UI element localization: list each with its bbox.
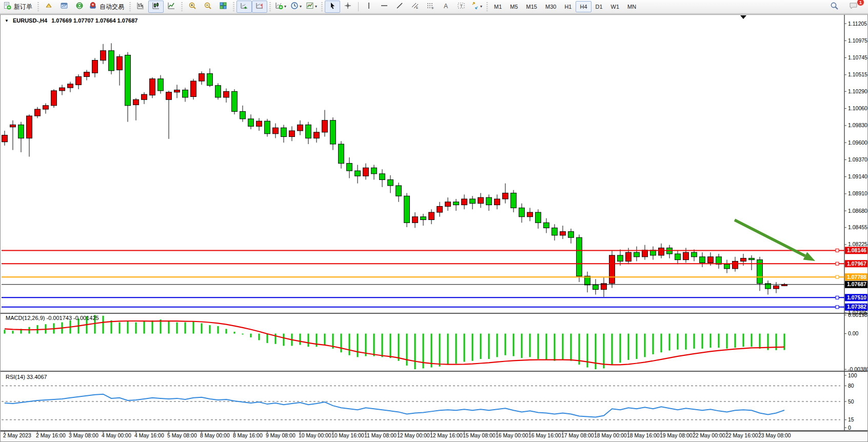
auto-scroll-button[interactable] [236, 1, 252, 13]
toolbar-grip [181, 2, 183, 11]
svg-text:12 May 16:00: 12 May 16:00 [430, 432, 463, 438]
text-button[interactable]: A [438, 1, 453, 13]
signals-button[interactable] [72, 1, 87, 13]
candle-11 [92, 61, 98, 73]
candle-91 [749, 258, 755, 260]
chart-shift-button[interactable] [252, 1, 267, 13]
svg-text:1.09140: 1.09140 [848, 173, 867, 179]
autotrading-button[interactable]: 自动交易 [87, 1, 127, 13]
notifications-button[interactable]: 1 [846, 1, 861, 13]
candle-36 [298, 125, 303, 131]
timeframe-D1[interactable]: D1 [591, 1, 607, 12]
svg-text:9 May 08:00: 9 May 08:00 [266, 432, 295, 438]
svg-text:1.07967: 1.07967 [847, 260, 866, 267]
crosshair-button[interactable] [340, 1, 356, 13]
candle-6 [51, 91, 57, 106]
timeframe-M1[interactable]: M1 [490, 1, 506, 12]
candle-68 [560, 232, 566, 235]
svg-text:0: 0 [848, 425, 851, 431]
candle-15 [125, 55, 131, 105]
hline-handle-1.08146[interactable] [836, 249, 839, 252]
svg-text:80: 80 [848, 383, 854, 389]
candle-14 [117, 56, 123, 70]
candle-74 [609, 255, 615, 284]
text-label-button[interactable]: T [453, 1, 469, 13]
candle-63 [519, 208, 525, 216]
candle-77 [634, 252, 640, 257]
timeframe-M5[interactable]: M5 [506, 1, 522, 12]
line-chart-button[interactable] [164, 1, 179, 13]
svg-text:23 May 08:00: 23 May 08:00 [758, 432, 791, 438]
candle-38 [314, 132, 320, 138]
new-order-button[interactable]: 新订单 [2, 1, 35, 13]
timeframe-MN[interactable]: MN [623, 1, 640, 12]
candlestick-chart-button[interactable] [148, 1, 164, 13]
indicators-button[interactable]: ▾ [273, 1, 288, 13]
candle-87 [716, 257, 722, 264]
arrows-button[interactable]: ▾ [469, 1, 484, 13]
zoom-out-button[interactable] [200, 1, 215, 13]
vertical-line-button[interactable] [361, 1, 377, 13]
fibonacci-button[interactable]: F [423, 1, 438, 13]
templates-dropdown-caret: ▾ [315, 5, 317, 9]
horizontal-line-button[interactable] [377, 1, 392, 13]
chart-window: 1.112051.109751.107451.105151.102901.100… [0, 14, 868, 442]
bar-chart-button[interactable] [133, 1, 148, 13]
chart-canvas[interactable]: 1.112051.109751.107451.105151.102901.100… [1, 15, 867, 441]
toolbar-grip [37, 2, 39, 11]
fibonacci-icon: F [426, 2, 435, 12]
candle-55 [453, 202, 459, 205]
timeframe-M15[interactable]: M15 [522, 1, 541, 12]
hline-handle-1.07510[interactable] [836, 296, 839, 299]
hline-handle-1.07788[interactable] [836, 275, 839, 278]
profiles-button[interactable] [41, 1, 56, 13]
timeframe-M30[interactable]: M30 [541, 1, 560, 12]
svg-text:1.08225: 1.08225 [848, 241, 867, 247]
equidistant-channel-button[interactable]: E [407, 1, 423, 13]
search-button[interactable] [826, 1, 842, 13]
candle-48 [396, 186, 402, 196]
auto-scroll-icon [240, 2, 248, 12]
candle-1 [10, 125, 16, 127]
svg-text:1.08146: 1.08146 [847, 247, 866, 253]
trendline-button[interactable] [392, 1, 407, 13]
svg-text:1.08910: 1.08910 [848, 190, 867, 196]
timeframe-W1[interactable]: W1 [607, 1, 624, 12]
collapse-triangle-icon[interactable]: ▼ [5, 18, 9, 23]
timeframe-H4[interactable]: H4 [576, 1, 591, 12]
chart-title[interactable]: ▼ EURUSD-,H4 1.07669 1.07707 1.07664 1.0… [5, 17, 137, 24]
svg-text:1.10975: 1.10975 [848, 37, 867, 44]
svg-text:1.09600: 1.09600 [848, 139, 867, 146]
tile-windows-icon [219, 2, 227, 12]
candle-90 [741, 258, 746, 262]
tile-windows-button[interactable] [215, 1, 231, 13]
crosshair-icon [344, 2, 352, 12]
candle-86 [708, 257, 714, 263]
candle-29 [240, 111, 246, 118]
hline-handle-1.07967[interactable] [836, 262, 839, 265]
zoom-in-icon [188, 2, 196, 12]
market-watch-button[interactable] [56, 1, 72, 13]
svg-text:10 May 00:00: 10 May 00:00 [299, 432, 331, 438]
candle-24 [199, 74, 205, 81]
cursor-button[interactable] [325, 1, 340, 13]
svg-text:18 May 16:00: 18 May 16:00 [627, 432, 660, 438]
candle-39 [322, 120, 328, 132]
timeframe-H1[interactable]: H1 [560, 1, 576, 12]
svg-text:1.11205: 1.11205 [848, 21, 867, 27]
zoom-in-button[interactable] [185, 1, 200, 13]
svg-text:A: A [444, 3, 448, 10]
toolbar-grip [269, 2, 271, 11]
svg-text:15: 15 [848, 416, 854, 423]
svg-text:3 May 08:00: 3 May 08:00 [69, 432, 98, 438]
svg-text:T: T [460, 4, 463, 9]
candle-46 [380, 174, 385, 180]
svg-text:17 May 08:00: 17 May 08:00 [561, 432, 594, 438]
candle-58 [478, 197, 484, 204]
hline-handle-1.07382[interactable] [836, 306, 839, 309]
candle-80 [659, 248, 664, 255]
notification-badge: 1 [857, 0, 864, 6]
templates-button[interactable]: ▾ [304, 1, 319, 13]
periods-button[interactable]: ▾ [288, 1, 304, 13]
candle-65 [536, 212, 541, 223]
